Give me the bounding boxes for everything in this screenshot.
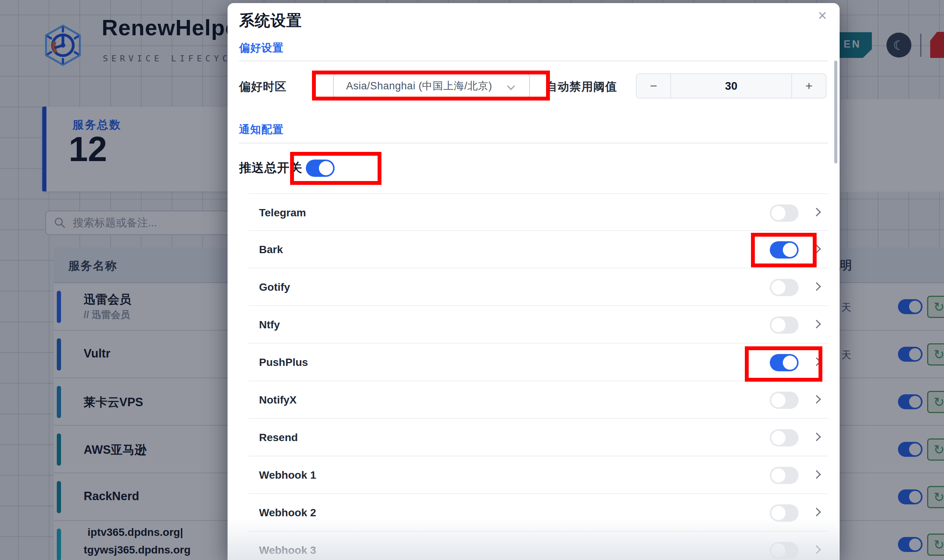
channel-row-telegram[interactable]: Telegram <box>249 193 828 231</box>
chevron-right-icon[interactable] <box>812 395 821 404</box>
divider <box>239 143 828 143</box>
chevron-right-icon[interactable] <box>812 208 821 217</box>
ntfy-toggle[interactable] <box>770 316 799 334</box>
channel-row-webhook-3[interactable]: Webhook 3 <box>249 532 828 560</box>
toggle-knob <box>783 356 797 370</box>
toggle-knob <box>771 393 786 407</box>
channel-row-webhook-1[interactable]: Webhook 1 <box>249 456 828 494</box>
timezone-value: Asia/Shanghai (中国上海/北京) <box>346 79 492 93</box>
toggle-knob <box>771 280 786 295</box>
toggle-knob <box>771 206 786 220</box>
notifyx-toggle[interactable] <box>770 392 799 409</box>
channel-row-bark[interactable]: Bark <box>249 231 828 268</box>
threshold-stepper: − 30 + <box>636 73 827 99</box>
threshold-label: 自动禁用阈值 <box>546 79 617 95</box>
webhook-2-toggle[interactable] <box>770 504 799 522</box>
channel-row-pushplus[interactable]: PushPlus <box>249 344 828 381</box>
toggle-knob <box>771 468 786 483</box>
telegram-toggle[interactable] <box>770 204 799 222</box>
modal-scrollbar-thumb[interactable] <box>834 61 837 163</box>
channel-label: Gotify <box>259 281 290 293</box>
channel-label: Telegram <box>259 207 306 219</box>
channel-label: Webhook 3 <box>259 544 316 557</box>
chevron-right-icon[interactable] <box>812 508 821 517</box>
toggle-knob <box>771 544 786 558</box>
section-preferences: 偏好设置 <box>239 41 284 55</box>
decrement-button[interactable]: − <box>637 74 671 98</box>
pushplus-toggle[interactable] <box>770 354 799 371</box>
channel-label: Bark <box>259 244 283 256</box>
bark-toggle[interactable] <box>770 241 799 259</box>
channel-label: Ntfy <box>259 319 280 331</box>
toggle-knob <box>319 161 333 175</box>
gotify-toggle[interactable] <box>770 279 799 296</box>
chevron-right-icon[interactable] <box>812 320 821 329</box>
chevron-right-icon[interactable] <box>812 545 821 554</box>
channel-row-notifyx[interactable]: NotifyX <box>249 381 828 419</box>
channel-label: NotifyX <box>259 394 297 406</box>
toggle-knob <box>771 318 786 332</box>
channel-row-resend[interactable]: Resend <box>249 419 828 456</box>
divider <box>239 61 828 61</box>
master-toggle[interactable] <box>306 160 335 177</box>
master-switch-label: 推送总开关 <box>239 160 302 176</box>
chevron-right-icon[interactable] <box>812 245 821 254</box>
close-icon[interactable]: × <box>814 7 831 24</box>
channel-row-gotify[interactable]: Gotify <box>249 268 828 306</box>
channel-row-ntfy[interactable]: Ntfy <box>249 306 828 344</box>
resend-toggle[interactable] <box>770 429 799 446</box>
chevron-right-icon[interactable] <box>812 433 821 441</box>
increment-button[interactable]: + <box>791 74 826 98</box>
channel-label: Webhook 2 <box>259 507 316 519</box>
channel-row-webhook-2[interactable]: Webhook 2 <box>249 494 828 532</box>
channel-label: PushPlus <box>259 356 308 369</box>
toggle-knob <box>771 506 786 520</box>
webhook-1-toggle[interactable] <box>770 467 799 484</box>
section-notifications: 通知配置 <box>239 122 284 137</box>
toggle-knob <box>783 243 797 257</box>
channel-label: Webhook 1 <box>259 469 316 481</box>
chevron-down-icon <box>507 82 515 90</box>
timezone-label: 偏好时区 <box>239 79 287 95</box>
chevron-right-icon[interactable] <box>812 282 821 291</box>
modal-title: 系统设置 <box>239 10 302 31</box>
channel-label: Resend <box>259 432 298 444</box>
webhook-3-toggle[interactable] <box>770 542 799 559</box>
toggle-knob <box>771 431 786 445</box>
timezone-select[interactable]: Asia/Shanghai (中国上海/北京) <box>333 73 530 99</box>
chevron-right-icon[interactable] <box>812 357 821 366</box>
threshold-value: 30 <box>671 74 791 98</box>
system-settings-modal: 系统设置 × 偏好设置 偏好时区 Asia/Shanghai (中国上海/北京)… <box>228 3 840 560</box>
chevron-right-icon[interactable] <box>812 470 821 479</box>
